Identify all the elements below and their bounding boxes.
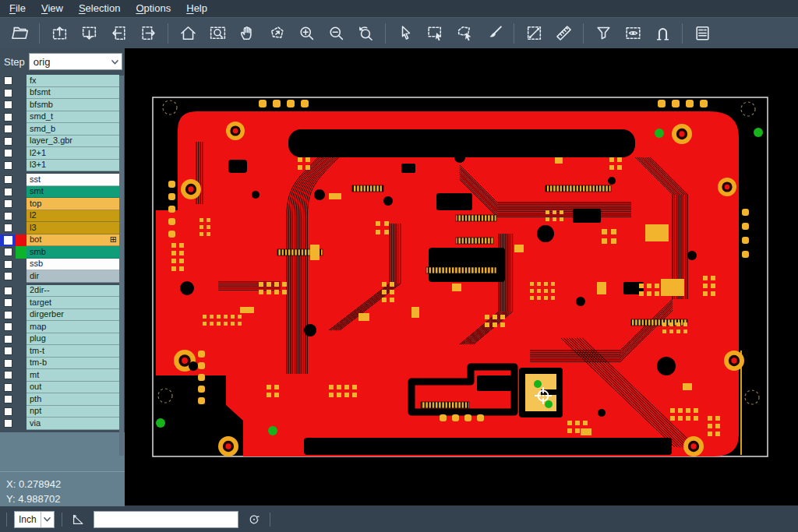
menu-view[interactable]: View: [34, 0, 71, 17]
layer-checkbox-layer_3.gbr[interactable]: [0, 136, 16, 148]
layer-checkbox-2dir--[interactable]: [0, 285, 16, 298]
menu-help[interactable]: Help: [178, 0, 215, 17]
layer-checkbox-l2[interactable]: [0, 210, 16, 223]
layer-checkbox-l3[interactable]: [0, 222, 16, 234]
select-rect-button[interactable]: [421, 21, 449, 46]
layer-row-2dir--[interactable]: 2dir--: [0, 285, 125, 298]
layer-checkbox-fx[interactable]: [0, 75, 16, 87]
layer-checkbox-via[interactable]: [0, 417, 16, 430]
shift-left-button[interactable]: [104, 21, 132, 46]
layer-row-smb[interactable]: smb: [0, 246, 125, 259]
pan-hand-button[interactable]: [233, 21, 261, 46]
layer-row-plug[interactable]: plug: [0, 333, 125, 346]
layer-checkbox-tm-b[interactable]: [0, 358, 16, 370]
layer-row-mt[interactable]: mt: [0, 369, 125, 382]
layer-checkbox-sst[interactable]: [0, 174, 16, 186]
measure-distance-button[interactable]: [520, 21, 548, 46]
layer-row-sst[interactable]: sst: [0, 174, 125, 186]
layer-row-pth[interactable]: pth: [0, 393, 125, 406]
layer-checkbox-bfsmt[interactable]: [0, 87, 16, 100]
layer-list-scrollbar[interactable]: [119, 76, 124, 456]
layer-row-smd_t[interactable]: smd_t: [0, 111, 125, 124]
separator: [6, 513, 7, 527]
layer-checkbox-l2+1[interactable]: [0, 147, 16, 160]
layer-row-bfsmt[interactable]: bfsmt: [0, 87, 125, 100]
layer-checkbox-target[interactable]: [0, 297, 16, 309]
select-polygon-button[interactable]: [450, 21, 478, 46]
menu-file[interactable]: File: [2, 0, 34, 17]
layer-row-via[interactable]: via: [0, 417, 125, 430]
layer-checkbox-bot[interactable]: [0, 234, 16, 247]
checkbox-box: [4, 287, 12, 295]
layer-row-dir[interactable]: dir: [0, 270, 125, 283]
layer-row-target[interactable]: target: [0, 297, 125, 309]
layer-checkbox-bfsmb[interactable]: [0, 99, 16, 111]
layer-row-smt[interactable]: smt: [0, 186, 125, 199]
layer-row-dirgerber[interactable]: dirgerber: [0, 309, 125, 322]
layer-row-l2+1[interactable]: l2+1: [0, 147, 125, 160]
layer-checkbox-smb[interactable]: [0, 246, 16, 259]
layer-checkbox-tm-t[interactable]: [0, 345, 16, 358]
layer-checkbox-pth[interactable]: [0, 393, 16, 406]
ruler-button[interactable]: [549, 21, 577, 46]
layer-swatch-empty: [16, 417, 26, 430]
select-pointer-button[interactable]: [391, 21, 419, 46]
layer-swatch-empty: [16, 345, 26, 358]
layer-checkbox-smd_b[interactable]: [0, 123, 16, 136]
zoom-home-button[interactable]: [174, 21, 202, 46]
layer-checkbox-smd_t[interactable]: [0, 111, 16, 124]
layer-row-fx[interactable]: fx: [0, 75, 125, 87]
shift-down-button[interactable]: [75, 21, 103, 46]
layer-checkbox-smt[interactable]: [0, 186, 16, 199]
checkbox-box: [4, 76, 12, 85]
measure-input[interactable]: [94, 511, 238, 528]
step-select[interactable]: orig: [29, 53, 122, 70]
open-file-button[interactable]: [5, 21, 34, 46]
pcb-canvas[interactable]: [125, 48, 798, 506]
zoom-window-button[interactable]: [203, 21, 231, 46]
layer-checkbox-map[interactable]: [0, 321, 16, 333]
layer-row-tm-t[interactable]: tm-t: [0, 345, 125, 358]
layer-row-smd_b[interactable]: smd_b: [0, 123, 125, 136]
corner-measure-button[interactable]: [69, 511, 87, 528]
layer-checkbox-mt[interactable]: [0, 369, 16, 382]
paint-select-button[interactable]: [480, 21, 508, 46]
layer-checkbox-npt[interactable]: [0, 406, 16, 418]
layer-row-l3+1[interactable]: l3+1: [0, 160, 125, 172]
layer-row-l3[interactable]: l3: [0, 222, 125, 234]
shift-right-button[interactable]: [134, 21, 162, 46]
layer-row-ssb[interactable]: ssb: [0, 259, 125, 271]
shift-up-button[interactable]: [45, 21, 73, 46]
view-options-button[interactable]: [619, 21, 647, 46]
layer-checkbox-dirgerber[interactable]: [0, 309, 16, 322]
layer-row-map[interactable]: map: [0, 321, 125, 333]
layer-row-out[interactable]: out: [0, 382, 125, 394]
zoom-in-button[interactable]: [292, 21, 320, 46]
menu-selection[interactable]: Selection: [71, 0, 128, 17]
layer-checkbox-out[interactable]: [0, 382, 16, 394]
zoom-out-button[interactable]: [322, 21, 350, 46]
unit-select[interactable]: Inch: [14, 511, 55, 528]
layer-checkbox-ssb[interactable]: [0, 259, 16, 271]
layer-swatch-empty: [16, 297, 26, 309]
layer-name: l2: [30, 210, 119, 222]
layer-row-bot[interactable]: bot⊞: [0, 234, 125, 247]
filter-button[interactable]: [589, 21, 617, 46]
report-button[interactable]: [688, 21, 716, 46]
layer-row-npt[interactable]: npt: [0, 406, 125, 418]
refresh-button[interactable]: [245, 511, 263, 528]
layer-checkbox-dir[interactable]: [0, 270, 16, 283]
layer-row-l2[interactable]: l2: [0, 210, 125, 223]
layer-row-top[interactable]: top: [0, 198, 125, 210]
snap-button[interactable]: [648, 21, 676, 46]
layer-name: smb: [30, 246, 119, 259]
layer-row-layer_3.gbr[interactable]: layer_3.gbr: [0, 136, 125, 148]
layer-checkbox-l3+1[interactable]: [0, 160, 16, 172]
menu-options[interactable]: Options: [128, 0, 178, 17]
zoom-shape-button[interactable]: [263, 21, 291, 46]
zoom-previous-button[interactable]: [351, 21, 380, 46]
layer-checkbox-plug[interactable]: [0, 333, 16, 346]
layer-row-tm-b[interactable]: tm-b: [0, 358, 125, 370]
layer-row-bfsmb[interactable]: bfsmb: [0, 99, 125, 111]
layer-checkbox-top[interactable]: [0, 198, 16, 210]
